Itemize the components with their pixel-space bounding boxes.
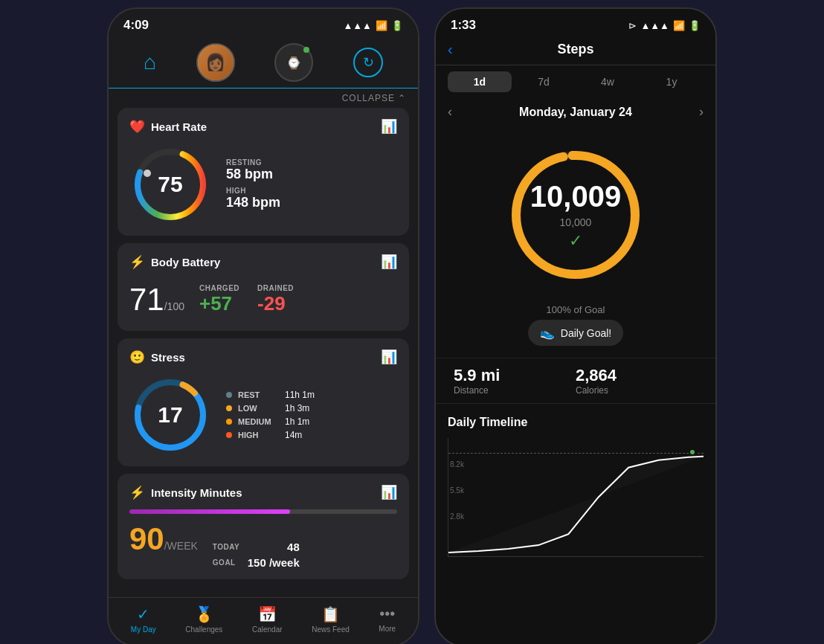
steps-pct: 100% of Goal <box>436 304 715 320</box>
more-label: More <box>379 625 396 633</box>
rest-label: REST <box>238 390 279 399</box>
body-battery-stats: CHARGED +57 DRAINED -29 <box>199 284 294 315</box>
nav-home[interactable]: ⌂ <box>144 51 156 74</box>
steps-ring-content: 10,009 10,000 ✓ <box>530 180 621 251</box>
tab-7d[interactable]: 7d <box>512 71 576 92</box>
intensity-title: ⚡ Intensity Minutes <box>129 485 242 500</box>
signal-icon-right: ▲▲▲ <box>640 20 669 31</box>
heart-rate-card-header: ❤️ Heart Rate 📊 <box>129 118 397 135</box>
more-icon: ••• <box>379 605 395 622</box>
back-button[interactable]: ‹ <box>448 41 453 58</box>
rest-time: 11h 1m <box>285 390 315 400</box>
intensity-stats: TODAY 48 GOAL 150 /week <box>213 541 300 569</box>
body-battery-card: ⚡ Body Battery 📊 71/100 CHARGED +57 DRAI… <box>118 243 409 331</box>
collapse-button[interactable]: COLLAPSE ⌃ <box>342 93 406 103</box>
high-value: 148 bpm <box>226 195 280 210</box>
location-icon: ⊳ <box>628 20 637 31</box>
high-label: HIGH <box>238 431 279 439</box>
drained-value: -29 <box>257 292 294 315</box>
intensity-header: ⚡ Intensity Minutes 📊 <box>129 484 397 500</box>
medium-dot <box>226 419 232 425</box>
left-phone: 4:09 ▲▲▲ 📶 🔋 ⌂ 👩🏾 ⌚ ↻ COLLAPSE ⌃ <box>107 7 419 644</box>
charged-stat: CHARGED +57 <box>199 284 239 315</box>
charged-value: +57 <box>199 292 239 315</box>
calendar-label: Calendar <box>252 625 283 634</box>
steps-check-icon: ✓ <box>569 231 582 251</box>
steps-ring-wrap: 10,009 10,000 ✓ <box>436 126 715 304</box>
chevron-up-icon: ⌃ <box>398 93 406 103</box>
status-icons-left: ▲▲▲ 📶 🔋 <box>343 20 403 31</box>
body-battery-title: ⚡ Body Battery <box>129 254 220 270</box>
chart-icon-intensity[interactable]: 📊 <box>381 484 397 500</box>
tab-1y[interactable]: 1y <box>640 71 704 92</box>
today-label: TODAY <box>213 543 239 551</box>
low-dot <box>226 405 232 411</box>
daily-goal-label: Daily Goal! <box>561 327 611 339</box>
hr-high-row: HIGH 148 bpm <box>226 187 280 210</box>
chart-icon-stress[interactable]: 📊 <box>381 349 397 365</box>
steps-value: 10,009 <box>530 180 621 213</box>
steps-header: ‹ Steps <box>436 37 715 65</box>
watch-connected-dot <box>303 47 309 53</box>
nav-item-more[interactable]: ••• More <box>379 605 396 634</box>
charged-label: CHARGED <box>199 284 239 292</box>
nav-item-calendar[interactable]: 📅 Calendar <box>252 605 283 634</box>
next-date-button[interactable]: › <box>699 104 704 120</box>
body-battery-icon: ⚡ <box>129 254 145 270</box>
tab-1y-label: 1y <box>666 76 677 88</box>
daily-timeline-section: Daily Timeline 8.2k 5.5k 2.8k <box>436 404 715 644</box>
heart-rate-label: Heart Rate <box>151 120 207 133</box>
high-time: 14m <box>285 430 302 440</box>
heart-rate-title: ❤️ Heart Rate <box>129 119 207 135</box>
status-bar-left: 4:09 ▲▲▲ 📶 🔋 <box>109 9 418 37</box>
distance-stat: 5.9 mi Distance <box>454 366 576 396</box>
daily-goal-button[interactable]: 👟 Daily Goal! <box>528 320 623 346</box>
date-nav: ‹ Monday, January 24 › <box>436 98 715 126</box>
goal-stat-row: GOAL 150 /week <box>213 556 300 569</box>
calories-value: 2,864 <box>576 366 698 385</box>
stress-legend-low: LOW 1h 3m <box>226 403 315 413</box>
stress-gauge: 17 <box>129 374 211 456</box>
time-right: 1:33 <box>451 18 476 33</box>
status-bar-right: 1:33 ⊳ ▲▲▲ 📶 🔋 <box>436 9 715 37</box>
intensity-body: 90/WEEK TODAY 48 GOAL 150 /week <box>129 509 397 569</box>
chart-icon-hr[interactable]: 📊 <box>381 118 397 135</box>
heart-rate-card: ❤️ Heart Rate 📊 <box>118 108 409 236</box>
medium-label: MEDIUM <box>238 417 279 426</box>
body-battery-outof: /100 <box>164 300 184 312</box>
calendar-icon: 📅 <box>258 605 277 623</box>
intensity-value: 90 <box>129 521 164 556</box>
nav-item-newsfeed[interactable]: 📋 News Feed <box>312 605 350 634</box>
stress-legend-rest: REST 11h 1m <box>226 390 315 400</box>
drained-label: DRAINED <box>257 284 294 292</box>
sync-button[interactable]: ↻ <box>353 48 383 77</box>
stress-title: 🙂 Stress <box>129 350 185 365</box>
steps-chart: 8.2k 5.5k 2.8k <box>448 438 704 557</box>
battery-icon: 🔋 <box>391 20 403 31</box>
scroll-content[interactable]: ❤️ Heart Rate 📊 <box>109 108 418 597</box>
stats-row: 5.9 mi Distance 2,864 Calories <box>436 358 715 404</box>
tab-7d-label: 7d <box>538 76 550 88</box>
intensity-bar-fill <box>129 509 290 514</box>
stress-body: 17 REST 11h 1m LOW 1h 3m MED <box>129 374 397 456</box>
tab-bar: 1d 7d 4w 1y <box>436 65 715 98</box>
stress-legend-high: HIGH 14m <box>226 430 315 440</box>
newsfeed-label: News Feed <box>312 625 350 634</box>
tab-1d[interactable]: 1d <box>448 71 512 92</box>
nav-item-challenges[interactable]: 🏅 Challenges <box>185 605 222 634</box>
collapse-label: COLLAPSE <box>342 93 395 103</box>
collapse-bar: COLLAPSE ⌃ <box>109 88 418 108</box>
prev-date-button[interactable]: ‹ <box>448 104 452 120</box>
nav-item-myday[interactable]: ✓ My Day <box>131 605 156 634</box>
body-battery-value: 71 <box>129 282 164 317</box>
goal-label: GOAL <box>213 558 236 567</box>
stress-header: 🙂 Stress 📊 <box>129 349 397 365</box>
myday-icon: ✓ <box>137 605 149 623</box>
watch-icon-wrap[interactable]: ⌚ <box>274 43 313 82</box>
chart-icon-bb[interactable]: 📊 <box>381 254 397 270</box>
avatar[interactable]: 👩🏾 <box>196 43 235 82</box>
intensity-icon: ⚡ <box>129 485 145 500</box>
body-battery-header: ⚡ Body Battery 📊 <box>129 254 397 270</box>
tab-4w[interactable]: 4w <box>576 71 640 92</box>
current-date: Monday, January 24 <box>519 106 632 119</box>
